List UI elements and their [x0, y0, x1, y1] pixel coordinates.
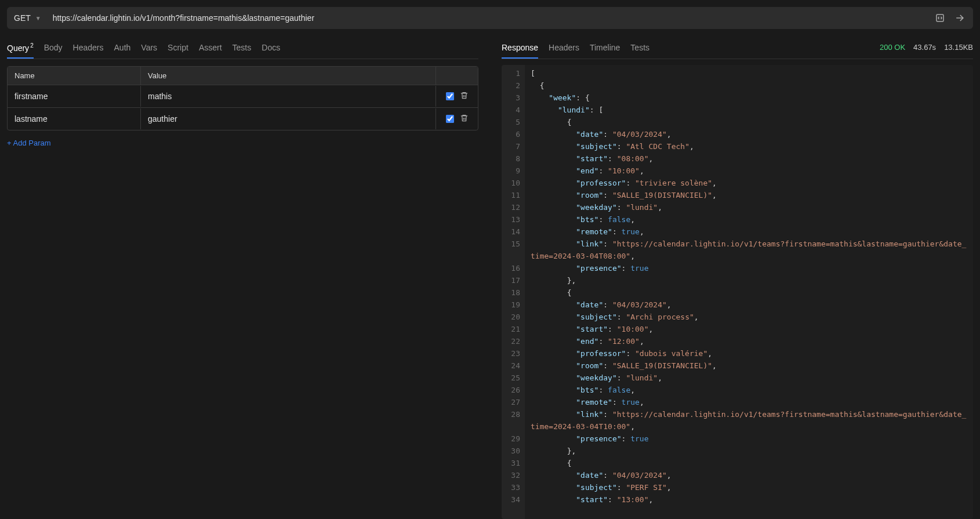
code-line: "subject": "PERF SI", — [531, 481, 967, 493]
tab-auth[interactable]: Auth — [114, 37, 131, 58]
tab-badge: 2 — [30, 42, 34, 49]
gutter-line-number: 20 — [509, 311, 520, 323]
tab-body[interactable]: Body — [44, 37, 63, 58]
gutter-line-number: 7 — [509, 140, 520, 153]
gutter-line-number: 29 — [509, 433, 520, 445]
status-code: 200 OK — [880, 43, 905, 52]
code-line: "bts": false, — [531, 384, 967, 396]
gutter-line-number: 26 — [509, 384, 520, 396]
tab-vars[interactable]: Vars — [141, 37, 157, 58]
gutter-line-number: 21 — [509, 323, 520, 335]
gutter-line-number: 27 — [509, 396, 520, 408]
tab-docs[interactable]: Docs — [262, 37, 280, 58]
trash-icon[interactable] — [460, 114, 469, 124]
response-panel: ResponseHeadersTimelineTests 200 OK 43.6… — [490, 36, 973, 519]
tab-response[interactable]: Response — [502, 37, 538, 58]
code-line: "end": "10:00", — [531, 165, 967, 177]
http-method-selector[interactable]: GET ▼ — [14, 13, 46, 23]
request-tabs: Query2BodyHeadersAuthVarsScriptAssertTes… — [7, 36, 478, 59]
gutter-line-number: 3 — [509, 92, 520, 104]
tab-script[interactable]: Script — [168, 37, 188, 58]
gutter-line-number: 13 — [509, 213, 520, 226]
response-body[interactable]: 1234567891011121314151617181920212223242… — [502, 65, 973, 519]
code-line: "professor": "dubois valérie", — [531, 347, 967, 360]
add-param-button[interactable]: + Add Param — [7, 139, 478, 147]
code-line: "end": "12:00", — [531, 335, 967, 347]
gutter-line-number: 12 — [509, 201, 520, 213]
code-line: { — [531, 457, 967, 469]
param-value[interactable]: mathis — [141, 86, 436, 107]
tab-tests[interactable]: Tests — [233, 37, 252, 58]
params-header-value: Value — [141, 67, 436, 85]
tab-query[interactable]: Query2 — [7, 37, 34, 59]
code-line: "weekday": "lundi", — [531, 201, 967, 213]
query-params-table: Name Value firstnamemathislastnamegauthi… — [7, 66, 478, 130]
gutter-line-number: 25 — [509, 372, 520, 384]
code-line: "room": "SALLE_19(DISTANCIEL)", — [531, 360, 967, 372]
params-header-name: Name — [8, 67, 141, 85]
send-request-icon[interactable] — [953, 12, 966, 24]
code-line: { — [531, 116, 967, 128]
gutter-line-number: 17 — [509, 274, 520, 286]
code-line: "presence": true — [531, 262, 967, 274]
gutter-line-number: 18 — [509, 286, 520, 299]
gutter-line-number: 30 — [509, 445, 520, 457]
code-line: "remote": true, — [531, 226, 967, 238]
gutter-line-number: 19 — [509, 299, 520, 311]
code-line: "link": "https://calendar.lightin.io/v1/… — [531, 408, 967, 433]
code-line: "presence": true — [531, 433, 967, 445]
chevron-down-icon: ▼ — [35, 15, 41, 21]
request-panel: Query2BodyHeadersAuthVarsScriptAssertTes… — [7, 36, 490, 519]
code-line: "subject": "Atl CDC Tech", — [531, 140, 967, 153]
code-line: "date": "04/03/2024", — [531, 299, 967, 311]
code-line: "start": "10:00", — [531, 323, 967, 335]
url-input[interactable] — [53, 13, 927, 23]
response-size: 13.15KB — [944, 43, 973, 52]
code-line: { — [531, 286, 967, 299]
code-line: "weekday": "lundi", — [531, 372, 967, 384]
param-name[interactable]: lastname — [8, 108, 141, 129]
gutter-line-number: 28 — [509, 408, 520, 433]
gutter-line-number: 2 — [509, 79, 520, 92]
tab-headers[interactable]: Headers — [73, 37, 104, 58]
param-enabled-checkbox[interactable] — [446, 115, 454, 123]
gutter-line-number: 31 — [509, 457, 520, 469]
code-line: "date": "04/03/2024", — [531, 128, 967, 140]
trash-icon[interactable] — [460, 91, 469, 101]
param-name[interactable]: firstname — [8, 86, 141, 107]
code-line: "start": "13:00", — [531, 493, 967, 506]
code-line: "professor": "triviere solène", — [531, 177, 967, 189]
gutter-line-number: 4 — [509, 104, 520, 116]
code-line: "bts": false, — [531, 213, 967, 226]
gutter-line-number: 24 — [509, 360, 520, 372]
gutter-line-number: 8 — [509, 153, 520, 165]
param-enabled-checkbox[interactable] — [446, 92, 454, 100]
param-row: firstnamemathis — [8, 85, 478, 108]
gutter-line-number: 33 — [509, 481, 520, 493]
code-generate-icon[interactable] — [934, 12, 946, 24]
tab-tests[interactable]: Tests — [630, 37, 649, 58]
param-row: lastnamegauthier — [8, 108, 478, 130]
code-line: "week": { — [531, 92, 967, 104]
http-method-label: GET — [14, 13, 31, 23]
param-value[interactable]: gauthier — [141, 108, 436, 129]
gutter-line-number: 10 — [509, 177, 520, 189]
gutter-line-number: 23 — [509, 347, 520, 360]
code-line: }, — [531, 274, 967, 286]
code-line: { — [531, 79, 967, 92]
tab-assert[interactable]: Assert — [199, 37, 222, 58]
code-line: "start": "08:00", — [531, 153, 967, 165]
code-line: "lundi": [ — [531, 104, 967, 116]
gutter-line-number: 11 — [509, 189, 520, 201]
svg-rect-0 — [937, 14, 943, 21]
tab-headers[interactable]: Headers — [549, 37, 579, 58]
code-line: "room": "SALLE_19(DISTANCIEL)", — [531, 189, 967, 201]
gutter-line-number: 16 — [509, 262, 520, 274]
gutter-line-number: 6 — [509, 128, 520, 140]
tab-timeline[interactable]: Timeline — [590, 37, 620, 58]
code-line: "link": "https://calendar.lightin.io/v1/… — [531, 238, 967, 262]
code-line: "remote": true, — [531, 396, 967, 408]
gutter-line-number: 14 — [509, 226, 520, 238]
response-tabs: ResponseHeadersTimelineTests — [502, 37, 649, 58]
gutter-line-number: 34 — [509, 493, 520, 506]
